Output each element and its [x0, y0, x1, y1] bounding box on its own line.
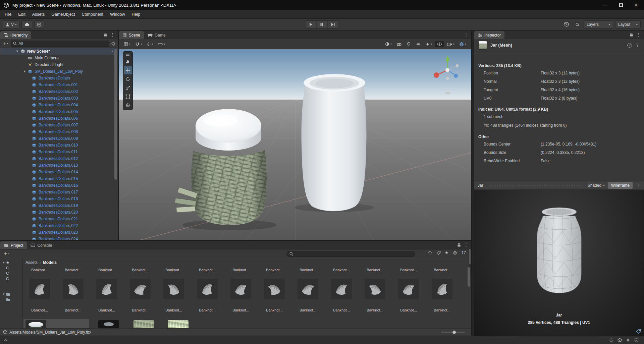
shading-mode-dropdown[interactable]: Shaded ▾ — [588, 183, 605, 188]
asset-label[interactable]: Banknot... — [23, 308, 56, 312]
folder-item[interactable]: ▼ — [0, 291, 22, 297]
foldout-arrow[interactable]: ▼ — [16, 50, 20, 53]
picker-icon[interactable] — [111, 41, 116, 46]
maximize-button[interactable] — [613, 0, 629, 10]
panel-menu-icon[interactable]: ⋮ — [636, 33, 641, 37]
tab-console[interactable]: Console — [27, 241, 56, 249]
asset-label[interactable]: Banknot... — [392, 268, 425, 272]
step-button[interactable] — [327, 20, 339, 28]
lock-icon[interactable] — [630, 33, 633, 37]
minimize-button[interactable] — [598, 0, 613, 10]
account-dropdown[interactable]: V ▾ — [3, 20, 19, 28]
asset-thumbnail[interactable] — [63, 279, 84, 299]
asset-thumbnail[interactable] — [331, 279, 352, 299]
tab-inspector[interactable]: Inspector — [474, 31, 504, 39]
asset-thumbnail-banknote-texture-light[interactable] — [168, 320, 189, 328]
favorites-star-icon[interactable]: ★ — [445, 251, 448, 255]
hierarchy-item[interactable]: BanknotesDollars.023 — [0, 229, 118, 236]
header-menu-icon[interactable]: ⋮ — [635, 43, 640, 47]
asset-label[interactable]: Banknot... — [425, 268, 459, 272]
panel-menu-icon[interactable]: ⋮ — [110, 33, 115, 37]
rail-item[interactable]: C — [0, 276, 22, 281]
asset-label[interactable]: Banknot... — [191, 308, 224, 312]
hierarchy-item[interactable]: Directional Light — [0, 61, 118, 68]
asset-thumbnail[interactable] — [298, 279, 318, 299]
version-control-button[interactable] — [34, 20, 44, 28]
asset-label[interactable]: Banknot... — [358, 268, 392, 272]
hierarchy-item[interactable]: ▼SM_Dollars_Jar_Low_Poly — [0, 68, 118, 75]
hierarchy-item[interactable]: BanknotesDollars.007 — [0, 122, 118, 128]
status-activity-icon[interactable] — [609, 338, 613, 342]
menu-file[interactable]: File — [1, 10, 15, 19]
project-search-field[interactable] — [295, 251, 413, 256]
asset-thumbnail[interactable] — [264, 279, 285, 299]
asset-thumbnail-dark-jar-render[interactable] — [98, 320, 119, 328]
hierarchy-item[interactable]: BanknotesDollars.017 — [0, 189, 118, 195]
menu-component[interactable]: Component — [78, 10, 107, 19]
menu-edit[interactable]: Edit — [15, 10, 29, 19]
wireframe-toggle-button[interactable]: Wireframe — [608, 182, 633, 189]
search-by-type-icon[interactable] — [428, 250, 432, 255]
hierarchy-item[interactable]: BanknotesDollars.022 — [0, 222, 118, 229]
palette-drag-handle[interactable] — [124, 52, 132, 57]
layout-dropdown[interactable]: Layout ▾ — [615, 20, 641, 28]
project-grid-scrollbar[interactable] — [467, 267, 471, 328]
hierarchy-item[interactable]: BanknotesDollars.009 — [0, 135, 118, 142]
camera-settings-dropdown[interactable]: ▾ — [383, 41, 393, 47]
asset-label[interactable]: Banknot... — [258, 268, 291, 272]
scale-tool[interactable] — [124, 83, 132, 92]
asset-thumbnail[interactable] — [130, 279, 151, 299]
toggle-2d-button[interactable]: 2D — [395, 41, 404, 47]
asset-label[interactable]: Banknot... — [258, 308, 291, 312]
project-search-input[interactable] — [286, 251, 415, 257]
rail-item[interactable]: C — [0, 271, 22, 276]
search-by-label-icon[interactable] — [436, 251, 441, 255]
asset-label[interactable]: Banknot... — [224, 308, 258, 312]
asset-label[interactable]: Banknot... — [291, 308, 325, 312]
asset-thumbnail[interactable] — [96, 279, 117, 299]
breadcrumb-current[interactable]: Models — [43, 260, 57, 265]
cloud-services-button[interactable] — [21, 20, 32, 28]
folder-item[interactable] — [0, 297, 22, 302]
effects-dropdown[interactable]: ▾ — [424, 42, 434, 47]
breadcrumb-root[interactable]: Assets — [25, 260, 38, 265]
scene-viewport[interactable]: Iso — [119, 49, 471, 240]
global-search-button[interactable] — [573, 20, 582, 28]
tab-scene[interactable]: Scene — [119, 31, 144, 39]
hierarchy-item[interactable]: Main Camera — [0, 55, 118, 61]
hierarchy-item[interactable]: BanknotesDollars.011 — [0, 149, 118, 155]
preview-resize-handle[interactable] — [489, 185, 582, 186]
hierarchy-item[interactable]: BanknotesDollars.012 — [0, 155, 118, 162]
move-snap-dropdown[interactable]: ▾ — [145, 41, 155, 47]
slider-thumb[interactable] — [452, 331, 456, 334]
menu-help[interactable]: Help — [128, 10, 144, 19]
view-hand-tool[interactable] — [124, 57, 132, 66]
play-button[interactable] — [305, 20, 317, 28]
asset-label[interactable]: Banknot... — [90, 268, 123, 272]
asset-label[interactable]: Banknot... — [23, 268, 56, 272]
create-asset-button[interactable]: + ▾ — [3, 251, 10, 256]
panel-menu-icon[interactable]: ⋮ — [464, 33, 468, 37]
asset-label[interactable]: Banknot... — [123, 308, 157, 312]
hierarchy-item[interactable]: BanknotesDollars.003 — [0, 95, 118, 102]
asset-thumbnail[interactable] — [365, 279, 385, 299]
camera-preview-dropdown[interactable]: ▾ — [445, 42, 456, 47]
tab-project[interactable]: Project — [0, 241, 27, 249]
asset-label[interactable]: Banknot... — [224, 268, 258, 272]
undo-history-button[interactable] — [562, 20, 571, 28]
panel-menu-icon[interactable]: ⋮ — [464, 243, 468, 247]
status-notifications-icon[interactable] — [626, 338, 630, 342]
snap-settings-dropdown[interactable]: ▾ — [133, 41, 144, 47]
asset-thumbnail[interactable] — [432, 279, 452, 299]
asset-thumbnail[interactable] — [230, 279, 251, 299]
asset-label[interactable]: Banknot... — [123, 268, 157, 272]
rotate-tool[interactable] — [124, 75, 132, 83]
asset-label[interactable]: Banknot... — [157, 268, 191, 272]
hierarchy-item[interactable]: BanknotesDollars.016 — [0, 182, 118, 189]
menu-assets[interactable]: Assets — [29, 10, 48, 19]
hierarchy-item[interactable]: BanknotesDollars.024 — [0, 236, 118, 240]
help-icon[interactable]: ? — [627, 43, 632, 48]
preview-canvas[interactable]: Jar 285 Vertices, 488 Triangles | UV1 — [474, 190, 644, 336]
grid-visibility-dropdown[interactable]: ▾ — [156, 42, 167, 47]
menu-window[interactable]: Window — [107, 10, 128, 19]
